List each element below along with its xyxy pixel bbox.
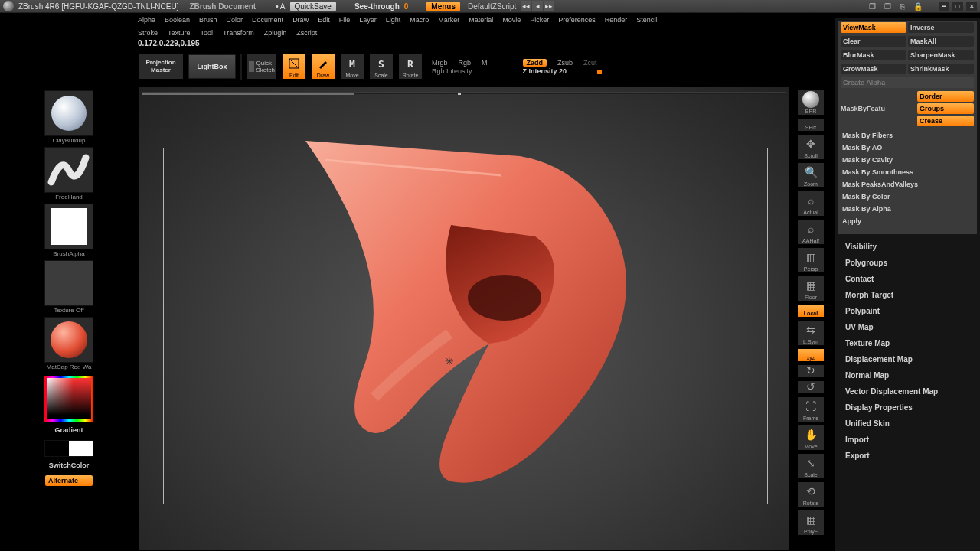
m-toggle[interactable]: M xyxy=(482,59,488,67)
menu-picker[interactable]: Picker xyxy=(530,16,549,24)
mask-by-ao[interactable]: Mask By AO xyxy=(841,142,974,154)
viewport[interactable]: ✳ xyxy=(138,86,790,551)
scale-view-button[interactable]: ⤡Scale xyxy=(797,453,825,479)
switch-color-swatches[interactable] xyxy=(44,440,93,457)
section-morphtarget[interactable]: Morph Target xyxy=(842,287,972,303)
alpha-slot[interactable]: BrushAlpha xyxy=(44,204,93,257)
section-displacement[interactable]: Displacement Map xyxy=(842,351,972,367)
mask-by-cavity[interactable]: Mask By Cavity xyxy=(841,154,974,166)
menus-button[interactable]: Menus xyxy=(426,2,460,11)
spix-slider[interactable]: SPix xyxy=(797,118,825,132)
menu-marker[interactable]: Marker xyxy=(438,16,459,24)
viewmask-button[interactable]: ViewMask xyxy=(841,22,906,33)
menu-boolean[interactable]: Boolean xyxy=(165,16,190,24)
section-polygroups[interactable]: Polygroups xyxy=(842,255,972,271)
scroll-button[interactable]: ✥Scroll xyxy=(797,134,825,160)
maximize-icon[interactable]: □ xyxy=(952,2,963,11)
section-export[interactable]: Export xyxy=(842,448,972,464)
clear-button[interactable]: Clear xyxy=(841,36,906,47)
menu-texture[interactable]: Texture xyxy=(168,29,191,37)
default-zscript-button[interactable]: DefaultZScript xyxy=(468,2,516,11)
menu-preferences[interactable]: Preferences xyxy=(558,16,596,24)
menu-movie[interactable]: Movie xyxy=(502,16,521,24)
scale-mode-button[interactable]: SScale xyxy=(369,54,394,80)
menu-zscript[interactable]: Zscript xyxy=(296,29,317,37)
quicksketch-button[interactable]: QuickSketch xyxy=(247,54,277,80)
inverse-button[interactable]: Inverse xyxy=(908,22,974,33)
z-intensity-slider[interactable]: Z Intensity 20 xyxy=(523,67,597,75)
section-vectordisp[interactable]: Vector Displacement Map xyxy=(842,383,972,399)
texture-slot[interactable]: Texture Off xyxy=(44,260,93,314)
timeline-bar[interactable] xyxy=(142,92,786,94)
section-contact[interactable]: Contact xyxy=(842,271,972,287)
menu-draw[interactable]: Draw xyxy=(292,16,309,24)
local-button[interactable]: Local xyxy=(797,304,825,318)
menu-stencil[interactable]: Stencil xyxy=(636,16,657,24)
actual-button[interactable]: ⌕Actual xyxy=(797,191,825,217)
menu-dot-a[interactable]: • A xyxy=(276,2,285,11)
lightbox-button[interactable]: LightBox xyxy=(188,54,236,79)
aahalf-button[interactable]: ⌕AAHalf xyxy=(797,219,825,245)
rgb-toggle[interactable]: Rgb xyxy=(459,59,472,67)
move-mode-button[interactable]: MMove xyxy=(340,54,364,80)
rotate-view-button[interactable]: ⟲Rotate xyxy=(797,481,825,507)
mask-by-fibers[interactable]: Mask By Fibers xyxy=(841,129,974,142)
groups-button[interactable]: Groups xyxy=(917,103,974,114)
section-unifiedskin[interactable]: Unified Skin xyxy=(842,416,972,432)
mrgb-toggle[interactable]: Mrgb xyxy=(432,59,448,67)
menu-material[interactable]: Material xyxy=(469,16,493,24)
edit-mode-button[interactable]: Edit xyxy=(282,54,306,80)
zadd-toggle[interactable]: Zadd xyxy=(523,59,547,67)
mask-apply[interactable]: Apply xyxy=(841,215,974,227)
nav-prev-icon[interactable]: ◂ xyxy=(532,1,543,11)
section-import[interactable]: Import xyxy=(842,432,972,448)
menu-macro[interactable]: Macro xyxy=(410,16,429,24)
growmask-button[interactable]: GrowMask xyxy=(841,64,906,74)
shrinkmask-button[interactable]: ShrinkMask xyxy=(908,64,974,74)
rot-z-button[interactable]: ↺ xyxy=(797,380,825,394)
rotate-mode-button[interactable]: RRotate xyxy=(398,54,423,80)
material-slot[interactable]: MatCap Red Wa xyxy=(44,317,93,370)
section-normalmap[interactable]: Normal Map xyxy=(842,367,972,383)
maskall-button[interactable]: MaskAll xyxy=(908,36,974,47)
close-icon[interactable]: ✕ xyxy=(966,2,977,11)
mask-by-smoothness[interactable]: Mask By Smoothness xyxy=(841,166,974,178)
menu-light[interactable]: Light xyxy=(386,16,401,24)
mask-peaksvalleys[interactable]: Mask PeaksAndValleys xyxy=(841,178,974,191)
bpr-button[interactable]: BPR xyxy=(797,90,825,116)
createalpha-button[interactable]: Create Alpha xyxy=(841,77,974,88)
alternate-button[interactable]: Alternate xyxy=(45,475,93,486)
zcut-toggle[interactable]: Zcut xyxy=(583,59,597,67)
lock-icon[interactable]: 🔒 xyxy=(913,1,923,11)
menu-stroke[interactable]: Stroke xyxy=(138,29,158,37)
nav-first-icon[interactable]: ◂◂ xyxy=(521,1,531,11)
menu-document[interactable]: Document xyxy=(252,16,283,24)
zsub-toggle[interactable]: Zsub xyxy=(557,59,573,67)
menu-alpha[interactable]: Alpha xyxy=(138,16,155,24)
tray-icon-3[interactable]: ⎘ xyxy=(897,1,908,11)
polyf-button[interactable]: ▦PolyF xyxy=(797,510,825,536)
blurmask-button[interactable]: BlurMask xyxy=(841,50,906,60)
draw-mode-button[interactable]: Draw xyxy=(311,54,335,80)
menu-file[interactable]: File xyxy=(339,16,351,24)
menu-edit[interactable]: Edit xyxy=(318,16,330,24)
minimize-icon[interactable]: ━ xyxy=(939,2,949,11)
floor-button[interactable]: ▦Floor xyxy=(797,276,825,302)
gradient-button[interactable]: Gradient xyxy=(3,426,135,434)
menu-zplugin[interactable]: Zplugin xyxy=(264,29,287,37)
quicksave-button[interactable]: QuickSave xyxy=(290,2,336,11)
rgb-intensity-slider[interactable]: Rgb Intensity xyxy=(432,67,488,75)
menu-render[interactable]: Render xyxy=(605,16,628,24)
seethrough-value[interactable]: 0 xyxy=(404,2,409,11)
persp-button[interactable]: ▥Persp xyxy=(797,247,825,273)
brush-slot[interactable]: ClayBuildup xyxy=(44,90,93,144)
sharpenmask-button[interactable]: SharpenMask xyxy=(908,50,974,60)
lsym-button[interactable]: ⇆L.Sym xyxy=(797,320,825,346)
section-displayprops[interactable]: Display Properties xyxy=(842,399,972,416)
tray-icon-1[interactable]: ❐ xyxy=(867,1,877,11)
menu-tool[interactable]: Tool xyxy=(201,29,214,37)
color-picker[interactable] xyxy=(44,376,93,422)
projection-master-button[interactable]: ProjectionMaster xyxy=(138,54,184,80)
section-visibility[interactable]: Visibility xyxy=(842,239,972,255)
section-texturemap[interactable]: Texture Map xyxy=(842,335,972,351)
